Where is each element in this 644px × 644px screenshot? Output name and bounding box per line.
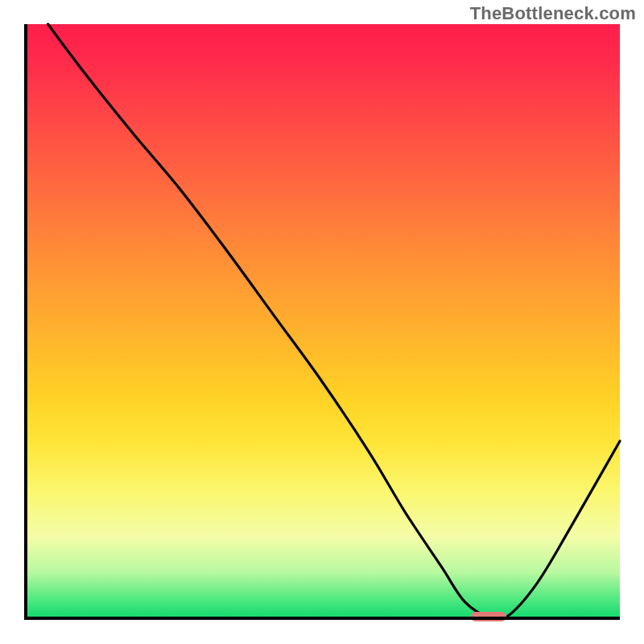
y-axis bbox=[24, 24, 27, 620]
curve-path bbox=[48, 24, 620, 620]
x-axis bbox=[24, 617, 620, 620]
watermark-label: TheBottleneck.com bbox=[470, 3, 636, 24]
chart-container: TheBottleneck.com bbox=[0, 0, 644, 644]
bottleneck-curve bbox=[24, 24, 620, 620]
